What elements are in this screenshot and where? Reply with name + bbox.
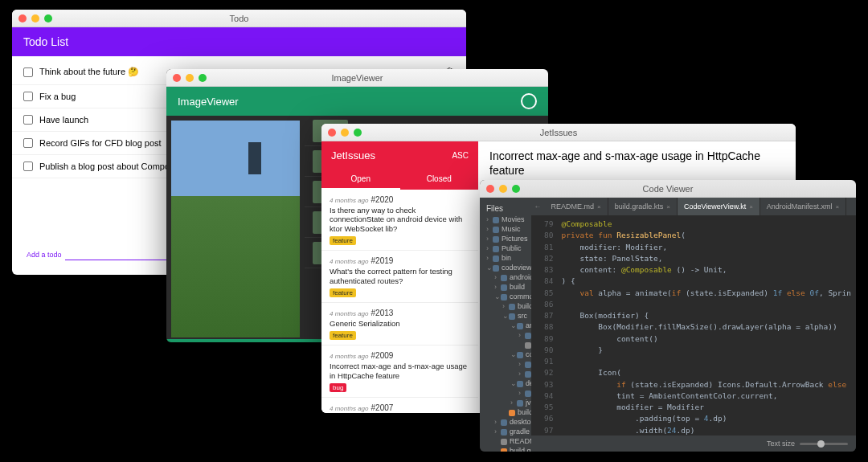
code-editor[interactable]: 79@Composable 80private fun ResizablePan…: [531, 215, 856, 435]
tree-node[interactable]: ⌄common: [483, 292, 528, 301]
expand-icon[interactable]: ⌄: [494, 292, 501, 301]
tree-node[interactable]: ⌄androidMain: [483, 321, 528, 330]
tree-node[interactable]: ⌄desktopMain: [483, 378, 528, 388]
node-name: Pictures: [502, 235, 528, 243]
expand-icon[interactable]: ›: [502, 302, 509, 310]
issue-title: What's the correct pattern for testing a…: [330, 267, 470, 285]
expand-icon[interactable]: ›: [518, 360, 525, 368]
expand-icon[interactable]: ›: [486, 235, 493, 243]
checkbox[interactable]: [23, 67, 33, 77]
expand-icon[interactable]: ⌄: [510, 321, 517, 329]
file-icon: [493, 246, 499, 252]
tab-close-icon[interactable]: ×: [749, 203, 753, 211]
expand-icon[interactable]: ⌄: [502, 312, 509, 320]
issue-tag: bug: [330, 383, 346, 392]
node-name: android: [510, 273, 531, 281]
node-name: Public: [502, 244, 522, 252]
refresh-icon[interactable]: [521, 93, 537, 109]
expand-icon[interactable]: ›: [518, 331, 525, 339]
expand-icon[interactable]: ›: [494, 427, 501, 435]
file-icon: [509, 304, 515, 310]
tab-nav-back-icon[interactable]: ←: [531, 202, 545, 211]
issue-item[interactable]: 4 months ago #2009Incorrect max-age and …: [321, 345, 478, 398]
tree-node[interactable]: ⌄src: [483, 311, 528, 321]
expand-icon[interactable]: ⌄: [486, 264, 493, 272]
tree-node[interactable]: ›resources: [483, 369, 528, 378]
issue-item[interactable]: 4 months ago #2020Is there any way to ch…: [321, 190, 478, 251]
todo-titlebar[interactable]: Todo: [12, 10, 466, 27]
checkbox[interactable]: [23, 115, 33, 125]
tree-node[interactable]: ›Music: [483, 224, 528, 234]
tab-close-icon[interactable]: ×: [666, 203, 670, 211]
tree-node[interactable]: ›Public: [483, 243, 528, 253]
window-title: ImageViewer: [166, 73, 548, 83]
node-name: README.md: [510, 437, 531, 445]
codeviewer-window: Code Viewer Files ›Movies›Music›Pictures…: [480, 180, 856, 452]
issue-item[interactable]: 4 months ago #2013Generic Serializationf…: [321, 303, 478, 345]
expand-icon[interactable]: ⌄: [510, 379, 517, 387]
expand-icon[interactable]: ›: [518, 370, 525, 378]
tree-node[interactable]: ›build: [483, 301, 528, 311]
text-size-slider[interactable]: [800, 443, 848, 445]
expand-icon[interactable]: ›: [486, 244, 493, 252]
tab-label: README.md: [551, 202, 595, 211]
tree-node[interactable]: AndroidManifest.xml: [483, 340, 528, 350]
add-todo-label: Add a todo: [23, 251, 65, 259]
expand-icon[interactable]: ›: [494, 418, 501, 426]
tree-node[interactable]: ›kotlin: [483, 359, 528, 369]
file-icon: [501, 275, 507, 281]
tree-node[interactable]: ›android: [483, 272, 528, 282]
tree-node[interactable]: build.gradle.kts: [483, 446, 528, 452]
expand-icon[interactable]: ›: [486, 225, 493, 233]
expand-icon[interactable]: ⌄: [510, 350, 517, 358]
sort-toggle[interactable]: ASC: [452, 151, 469, 160]
file-icon: [493, 227, 499, 233]
editor-tab[interactable]: AndroidManifest.xml×: [760, 198, 846, 215]
expand-icon[interactable]: ›: [486, 215, 493, 223]
file-icon: [525, 371, 531, 378]
tree-node[interactable]: ⌄codeviewer: [483, 263, 528, 272]
tree-node[interactable]: build.gradle.kts: [483, 407, 528, 417]
issue-item[interactable]: 4 months ago #2019What's the correct pat…: [321, 251, 478, 303]
editor-tab[interactable]: CodeViewerView.kt×: [678, 198, 760, 215]
expand-icon[interactable]: ›: [494, 273, 501, 281]
expand-icon[interactable]: ›: [494, 283, 501, 291]
tab-label: build.gradle.kts: [615, 202, 664, 211]
node-name: Music: [502, 225, 521, 233]
expand-icon[interactable]: ›: [486, 254, 493, 262]
tree-node[interactable]: ›build: [483, 282, 528, 292]
tab-closed[interactable]: Closed: [400, 170, 479, 190]
checkbox[interactable]: [23, 92, 33, 101]
imageviewer-titlebar[interactable]: ImageViewer: [166, 69, 548, 87]
expand-icon[interactable]: ›: [510, 399, 517, 407]
issue-id: #2009: [371, 351, 394, 360]
tree-node[interactable]: ›desktop: [483, 417, 528, 427]
tree-node[interactable]: ›kotlin: [483, 330, 528, 340]
tree-node[interactable]: ›jvmMain: [483, 398, 528, 407]
tab-open[interactable]: Open: [321, 170, 400, 190]
tree-node[interactable]: ›bin: [483, 253, 528, 263]
expand-icon[interactable]: ›: [518, 389, 525, 397]
issue-item[interactable]: 4 months ago #2007Get certificate from c…: [321, 398, 478, 413]
editor-tab[interactable]: build.gradle.kts×: [608, 198, 678, 215]
slider-knob[interactable]: [817, 440, 825, 448]
codeviewer-titlebar[interactable]: Code Viewer: [480, 180, 856, 198]
tree-node[interactable]: ›kotlin: [483, 388, 528, 398]
tree-node[interactable]: ›gradle: [483, 427, 528, 436]
file-icon: [501, 284, 507, 291]
checkbox[interactable]: [23, 161, 33, 171]
issue-id: #2019: [371, 256, 394, 265]
tree-node[interactable]: ›Pictures: [483, 234, 528, 243]
node-name: desktop: [510, 418, 531, 426]
checkbox[interactable]: [23, 138, 33, 148]
tree-node[interactable]: ›Movies: [483, 215, 528, 224]
tree-node[interactable]: README.md: [483, 436, 528, 446]
editor-tab[interactable]: README.md×: [545, 198, 608, 215]
image-preview[interactable]: [171, 121, 300, 337]
tab-close-icon[interactable]: ×: [835, 203, 839, 211]
tab-close-icon[interactable]: ×: [597, 203, 601, 211]
window-title: JetIssues: [321, 128, 796, 137]
jetissues-titlebar[interactable]: JetIssues: [321, 124, 796, 141]
tree-node[interactable]: ⌄commonMain: [483, 350, 528, 359]
todo-text: Have launch: [39, 115, 88, 125]
